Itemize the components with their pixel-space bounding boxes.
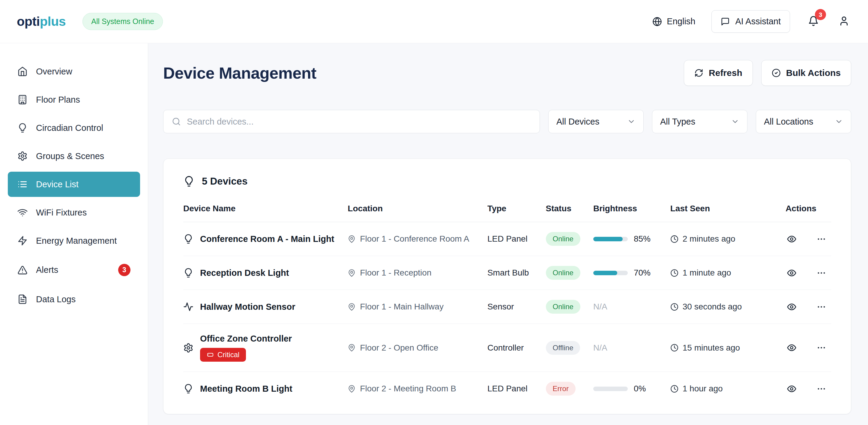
sidebar-item-wifi-fixtures[interactable]: WiFi Fixtures [8,200,140,225]
lightbulb-icon [183,176,195,187]
row-menu-button[interactable] [815,301,828,313]
search-input[interactable] [187,117,531,127]
table-row: Hallway Motion Sensor Floor 1 - Main Hal… [183,290,831,324]
search-icon [172,117,181,126]
row-menu-button[interactable] [815,383,828,395]
refresh-button[interactable]: Refresh [684,60,753,86]
language-label: English [667,17,695,26]
device-name: Conference Room A - Main Light [200,234,334,244]
device-list-card: 5 Devices Device NameLocationTypeStatusB… [163,159,851,414]
clock-icon [670,303,678,311]
view-device-button[interactable] [785,301,798,313]
column-header-last-seen: Last Seen [670,204,782,214]
location-label: Floor 1 - Conference Room A [360,234,469,244]
language-selector[interactable]: English [652,17,695,26]
map-pin-icon [348,344,356,352]
row-menu-button[interactable] [815,233,828,245]
critical-label: Critical [217,350,239,359]
last-seen-label: 15 minutes ago [683,343,740,353]
device-name: Meeting Room B Light [200,384,292,394]
device-name: Office Zone Controller [200,334,292,344]
sidebar-item-overview[interactable]: Overview [8,59,140,84]
last-seen: 1 minute ago [670,268,782,278]
brand-logo[interactable]: optiplus [17,14,66,29]
table-row: Conference Room A - Main Light Floor 1 -… [183,222,831,256]
chevron-down-icon [835,117,843,126]
clock-icon [670,385,678,393]
table-header-row: Device NameLocationTypeStatusBrightnessL… [183,204,831,222]
brightness-na: N/A [593,343,607,353]
list-icon [18,179,28,189]
map-pin-icon [348,269,356,277]
brightness-value: 85% [634,234,651,244]
status-badge: Online [546,266,580,280]
row-actions [785,233,831,245]
device-name: Hallway Motion Sensor [200,302,295,312]
view-device-button[interactable] [785,233,798,245]
view-device-button[interactable] [785,342,798,354]
last-seen: 15 minutes ago [670,343,782,353]
sidebar-item-device-list[interactable]: Device List [8,172,140,197]
sidebar-item-floor-plans[interactable]: Floor Plans [8,87,140,112]
sidebar-item-label: Device List [36,179,79,189]
device-type: Controller [487,343,543,353]
sidebar-item-label: Floor Plans [36,95,80,105]
brightness-bar [593,387,628,391]
device-name-cell: Hallway Motion Sensor [183,302,345,312]
sidebar-item-energy-management[interactable]: Energy Management [8,228,140,253]
brightness-cell: 70% [593,268,668,278]
last-seen-label: 1 hour ago [683,384,723,394]
table-row: Reception Desk Light Floor 1 - Reception… [183,256,831,290]
critical-badge: Critical [200,348,246,362]
type-filter-value: All Types [660,117,695,127]
lightbulb-icon [183,234,193,244]
row-menu-button[interactable] [815,342,828,354]
chevron-down-icon [731,117,739,126]
user-menu-button[interactable] [837,14,851,29]
bulk-actions-button[interactable]: Bulk Actions [761,60,851,86]
row-menu-button[interactable] [815,267,828,279]
device-name-cell: Conference Room A - Main Light [183,234,345,244]
ai-assistant-button[interactable]: AI Assistant [711,10,790,33]
notifications-button[interactable]: 3 [806,14,820,29]
last-seen-label: 2 minutes ago [683,234,736,244]
critical-icon [207,351,214,358]
status-badge: Online [546,232,580,246]
sidebar-item-groups-scenes[interactable]: Groups & Scenes [8,143,140,169]
sidebar-item-label: Groups & Scenes [36,151,104,161]
row-actions [785,383,831,395]
top-bar-actions: English AI Assistant 3 [652,10,851,33]
column-header-actions: Actions [785,204,831,214]
brightness-na: N/A [593,302,607,312]
alert-icon [18,265,28,275]
sidebar-item-alerts[interactable]: Alerts 3 [8,256,140,284]
file-icon [18,294,28,304]
ellipsis-icon [816,343,826,353]
device-filter-dropdown[interactable]: All Devices [548,110,644,133]
brand-logo-part1: opti [17,14,40,29]
wifi-icon [18,207,28,218]
view-device-button[interactable] [785,383,798,395]
location-filter-dropdown[interactable]: All Locations [756,110,851,133]
brightness-cell: N/A [593,302,668,312]
sidebar-item-circadian-control[interactable]: Circadian Control [8,115,140,140]
sidebar-item-data-logs[interactable]: Data Logs [8,287,140,312]
location-label: Floor 2 - Meeting Room B [360,384,456,394]
clock-icon [670,344,678,352]
sidebar-item-label: Alerts [36,265,58,275]
device-location: Floor 1 - Reception [348,268,485,278]
sidebar-item-label: Data Logs [36,294,75,304]
column-header-status: Status [546,204,590,214]
sidebar-item-label: Circadian Control [36,123,103,133]
brightness-bar [593,271,628,275]
eye-icon [787,268,797,278]
brightness-cell: N/A [593,343,668,353]
last-seen-label: 1 minute ago [683,268,731,278]
check-circle-icon [772,68,781,78]
bulk-actions-label: Bulk Actions [786,68,841,78]
location-label: Floor 2 - Open Office [360,343,438,353]
view-device-button[interactable] [785,267,798,279]
type-filter-dropdown[interactable]: All Types [652,110,747,133]
top-bar: optiplus All Systems Online English AI A… [0,0,868,43]
last-seen: 30 seconds ago [670,302,782,312]
